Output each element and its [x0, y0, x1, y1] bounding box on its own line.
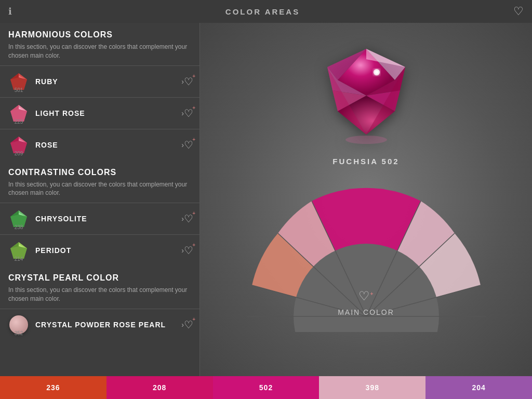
color-wheel[interactable]: ♡+ MAIN COLOR	[221, 171, 512, 332]
list-item[interactable]: 238 CHRYSOLITE › ♡+	[0, 203, 200, 234]
main-layout: HARMONIOUS COLORS In this section, you c…	[0, 23, 532, 376]
pearl-heart-button[interactable]: ♡+	[184, 318, 193, 331]
chrysolite-number: 238	[15, 224, 23, 230]
rose-heart-button[interactable]: ♡+	[184, 139, 193, 151]
harmonious-desc: In this section, you can discover the co…	[0, 42, 200, 65]
color-bar-number-2: 502	[259, 383, 273, 392]
list-item[interactable]: 214 PERIDOT › ♡+	[0, 234, 200, 266]
color-bar-item[interactable]: 398	[319, 376, 425, 399]
light-rose-heart-button[interactable]: ♡+	[184, 107, 193, 119]
ruby-heart-button[interactable]: ♡+	[184, 75, 193, 88]
svg-point-37	[375, 71, 378, 74]
list-item[interactable]: 223 LIGHT ROSE › ♡+	[0, 97, 200, 129]
right-panel: FUCHSIA 502	[200, 23, 532, 376]
peridot-number: 214	[15, 256, 23, 262]
crystal-pearl-title: CRYSTAL PEARL COLOR	[0, 266, 200, 285]
color-bar-number-0: 236	[46, 383, 60, 392]
ruby-label: RUBY	[35, 77, 179, 86]
gem-thumb-pearl: 352	[6, 312, 31, 337]
contrasting-desc: In this section, you can discover the co…	[0, 179, 200, 203]
color-wheel-svg	[221, 171, 512, 332]
left-panel: HARMONIOUS COLORS In this section, you c…	[0, 23, 200, 376]
svg-point-38	[345, 136, 387, 144]
chrysolite-heart-button[interactable]: ♡+	[184, 212, 193, 225]
pearl-label: CRYSTAL POWDER ROSE PEARL	[35, 321, 179, 329]
contrasting-title: CONTRASTING COLORS	[0, 161, 200, 179]
light-rose-number: 223	[15, 119, 23, 125]
color-bar: 236 208 502 398 204	[0, 376, 532, 399]
crystal-name-label: FUCHSIA 502	[332, 157, 399, 166]
chrysolite-label: CHRYSOLITE	[35, 215, 179, 223]
color-bar-number-1: 208	[153, 383, 166, 392]
info-icon[interactable]: ℹ	[8, 6, 12, 17]
color-bar-number-3: 398	[366, 383, 379, 392]
ruby-number: 501	[15, 87, 23, 93]
crystal-pearl-section: CRYSTAL PEARL COLOR In this section, you…	[0, 266, 200, 340]
color-bar-item[interactable]: 208	[107, 376, 213, 399]
crystal-pearl-desc: In this section, you can discover the co…	[0, 285, 200, 309]
contrasting-section: CONTRASTING COLORS In this section, you …	[0, 161, 200, 267]
color-bar-number-4: 204	[472, 383, 485, 392]
app-header: ℹ COLOR AREAS ♡	[0, 0, 532, 23]
peridot-label: PERIDOT	[35, 246, 179, 255]
harmonious-title: HARMONIOUS COLORS	[0, 23, 200, 42]
light-rose-label: LIGHT ROSE	[35, 109, 179, 117]
gem-thumb-rose: 209	[6, 132, 31, 157]
fuchsia-crystal-gem	[314, 38, 418, 153]
pearl-number: 352	[15, 330, 23, 336]
color-bar-item[interactable]: 236	[0, 376, 107, 399]
rose-number: 209	[15, 151, 23, 156]
main-color-heart-icon[interactable]: ♡+	[358, 289, 373, 303]
gem-thumb-chrysolite: 238	[6, 206, 31, 231]
gem-thumb-lightrose: 223	[6, 101, 31, 126]
list-item[interactable]: 501 RUBY › ♡+	[0, 65, 200, 97]
header-heart-icon[interactable]: ♡	[513, 5, 524, 18]
page-title: COLOR AREAS	[225, 7, 300, 16]
list-item[interactable]: 352 CRYSTAL POWDER ROSE PEARL › ♡+	[0, 309, 200, 340]
gem-thumb-peridot: 214	[6, 238, 31, 263]
harmonious-section: HARMONIOUS COLORS In this section, you c…	[0, 23, 200, 161]
rose-label: ROSE	[35, 141, 179, 149]
color-bar-item[interactable]: 502	[213, 376, 320, 399]
crystal-display: FUCHSIA 502	[314, 38, 418, 166]
peridot-heart-button[interactable]: ♡+	[184, 244, 193, 257]
list-item[interactable]: 209 ROSE › ♡+	[0, 129, 200, 161]
gem-thumb-ruby: 501	[6, 69, 31, 94]
color-bar-item[interactable]: 204	[425, 376, 532, 399]
